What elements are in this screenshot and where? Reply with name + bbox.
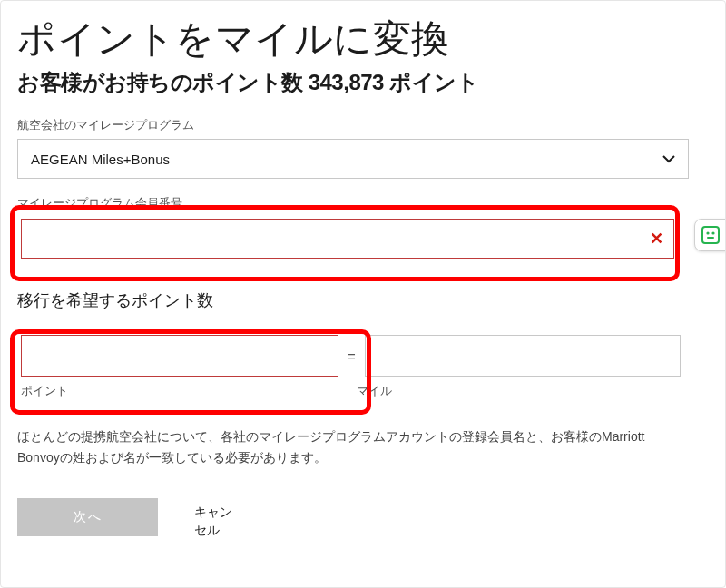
page-title: ポイントをマイルに変換 xyxy=(17,17,709,61)
equals-label: = xyxy=(348,348,356,364)
airline-program-select[interactable]: AEGEAN Miles+Bonus xyxy=(17,139,689,179)
name-match-note: ほとんどの提携航空会社について、各社のマイレージプログラムアカウントの登録会員名… xyxy=(17,426,671,467)
next-button[interactable]: 次へ xyxy=(17,498,158,536)
svg-point-0 xyxy=(706,231,709,234)
password-manager-icon xyxy=(701,226,720,244)
miles-unit-label: マイル xyxy=(357,384,392,399)
miles-output xyxy=(365,335,681,377)
member-number-label: マイレージプログラム会員番号 xyxy=(17,195,709,211)
cancel-button[interactable]: キャンセル xyxy=(194,498,241,539)
member-number-input[interactable] xyxy=(21,219,674,259)
chevron-down-icon xyxy=(662,154,675,163)
program-label: 航空会社のマイレージプログラム xyxy=(17,117,709,133)
clear-icon[interactable]: ✕ xyxy=(650,229,663,249)
svg-point-1 xyxy=(711,231,714,234)
password-manager-widget[interactable] xyxy=(694,219,726,251)
desired-points-heading: 移行を希望するポイント数 xyxy=(17,289,709,311)
airline-program-selected: AEGEAN Miles+Bonus xyxy=(31,152,170,167)
points-input[interactable] xyxy=(21,335,338,377)
points-unit-label: ポイント xyxy=(21,384,357,399)
svg-rect-2 xyxy=(707,237,714,239)
points-balance-subheading: お客様がお持ちのポイント数 343,873 ポイント xyxy=(17,68,709,97)
